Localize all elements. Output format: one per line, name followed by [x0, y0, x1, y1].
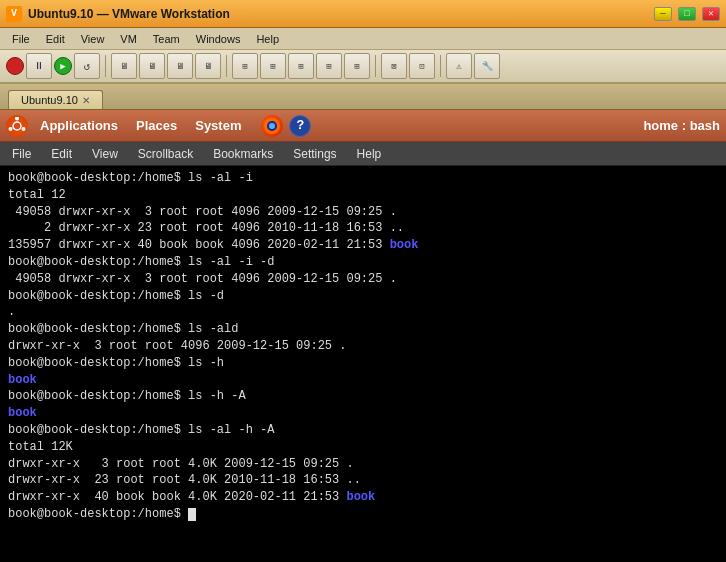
firefox-button[interactable] [261, 115, 283, 137]
terminal-menubar: File Edit View Scrollback Bookmarks Sett… [0, 142, 726, 166]
revert-button[interactable]: ↺ [74, 53, 100, 79]
vmware-menubar: File Edit View VM Team Windows Help [0, 28, 726, 50]
close-button[interactable]: ✕ [702, 7, 720, 21]
term-line-3: 49058 drwxr-xr-x 3 root root 4096 2009-1… [8, 204, 718, 221]
toolbar-btn-10[interactable]: ⊠ [381, 53, 407, 79]
term-line-4: 2 drwxr-xr-x 23 root root 4096 2010-11-1… [8, 220, 718, 237]
menu-edit[interactable]: Edit [38, 31, 73, 47]
vm-tab[interactable]: Ubuntu9.10 ✕ [8, 90, 103, 109]
svg-point-7 [269, 123, 275, 129]
toolbar-btn-4[interactable]: 🖥 [195, 53, 221, 79]
window-title: Ubuntu9.10 — VMware Workstation [28, 7, 648, 21]
term-line-1: book@book-desktop:/home$ ls -al -i [8, 170, 718, 187]
maximize-button[interactable]: □ [678, 7, 696, 21]
power-pause-button[interactable]: ⏸ [26, 53, 52, 79]
power-stop-button[interactable] [6, 57, 24, 75]
term-menu-view[interactable]: View [88, 146, 122, 162]
gnome-panel: Applications Places System ? home : bash [0, 110, 726, 142]
terminal-cursor [188, 508, 196, 521]
term-menu-edit[interactable]: Edit [47, 146, 76, 162]
terminal-wrapper: File Edit View Scrollback Bookmarks Sett… [0, 142, 726, 562]
tab-close-button[interactable]: ✕ [82, 95, 90, 106]
tab-label: Ubuntu9.10 [21, 94, 78, 106]
places-menu[interactable]: Places [130, 116, 183, 135]
help-button[interactable]: ? [289, 115, 311, 137]
term-line-9: . [8, 304, 718, 321]
power-play-button[interactable]: ▶ [54, 57, 72, 75]
sep-1 [105, 55, 106, 77]
menu-windows[interactable]: Windows [188, 31, 249, 47]
sep-2 [226, 55, 227, 77]
term-line-19: drwxr-xr-x 3 root root 4.0K 2009-12-15 0… [8, 456, 718, 473]
toolbar-btn-7[interactable]: ⊞ [288, 53, 314, 79]
toolbar-btn-9[interactable]: ⊞ [344, 53, 370, 79]
term-line-12: drwxr-xr-x 3 root root 4096 2009-12-15 0… [8, 338, 718, 355]
minimize-button[interactable]: — [654, 7, 672, 21]
vm-tab-bar: Ubuntu9.10 ✕ [0, 84, 726, 110]
sep-3 [375, 55, 376, 77]
menu-view[interactable]: View [73, 31, 113, 47]
toolbar-btn-11[interactable]: ⊡ [409, 53, 435, 79]
toolbar-btn-8[interactable]: ⊞ [316, 53, 342, 79]
terminal-indicator: home : bash [643, 117, 720, 135]
term-menu-help[interactable]: Help [353, 146, 386, 162]
menu-vm[interactable]: VM [112, 31, 145, 47]
term-line-11: book@book-desktop:/home$ ls -ald [8, 321, 718, 338]
term-line-13: book@book-desktop:/home$ ls -h [8, 355, 718, 372]
menu-help[interactable]: Help [248, 31, 287, 47]
term-line-17: book@book-desktop:/home$ ls -al -h -A [8, 422, 718, 439]
toolbar-btn-12[interactable]: ⚠ [446, 53, 472, 79]
term-line-5: 135957 drwxr-xr-x 40 book book 4096 2020… [8, 237, 718, 254]
terminal-body[interactable]: book@book-desktop:/home$ ls -al -i total… [0, 166, 726, 562]
term-line-7: 49058 drwxr-xr-x 3 root root 4096 2009-1… [8, 271, 718, 288]
term-line-20: drwxr-xr-x 23 root root 4.0K 2010-11-18 … [8, 472, 718, 489]
term-menu-bookmarks[interactable]: Bookmarks [209, 146, 277, 162]
toolbar-btn-2[interactable]: 🖥 [139, 53, 165, 79]
term-menu-settings[interactable]: Settings [289, 146, 340, 162]
term-line-2: total 12 [8, 187, 718, 204]
toolbar-btn-13[interactable]: 🔧 [474, 53, 500, 79]
menu-file[interactable]: File [4, 31, 38, 47]
term-line-6: book@book-desktop:/home$ ls -al -i -d [8, 254, 718, 271]
svg-point-4 [9, 127, 13, 131]
svg-point-3 [22, 127, 26, 131]
term-menu-scrollback[interactable]: Scrollback [134, 146, 197, 162]
term-line-21: drwxr-xr-x 40 book book 4.0K 2020-02-11 … [8, 489, 718, 506]
ubuntu-logo [6, 115, 28, 137]
term-line-18: total 12K [8, 439, 718, 456]
menu-team[interactable]: Team [145, 31, 188, 47]
app-icon: V [6, 6, 22, 22]
applications-menu[interactable]: Applications [34, 116, 124, 135]
term-menu-file[interactable]: File [8, 146, 35, 162]
toolbar-btn-1[interactable]: 🖥 [111, 53, 137, 79]
toolbar-btn-3[interactable]: 🖥 [167, 53, 193, 79]
title-bar: V Ubuntu9.10 — VMware Workstation — □ ✕ [0, 0, 726, 28]
sep-4 [440, 55, 441, 77]
toolbar-btn-6[interactable]: ⊞ [260, 53, 286, 79]
system-menu[interactable]: System [189, 116, 247, 135]
home-bash-label: home : bash [643, 118, 720, 133]
toolbar-btn-5[interactable]: ⊞ [232, 53, 258, 79]
vmware-toolbar: ⏸ ▶ ↺ 🖥 🖥 🖥 🖥 ⊞ ⊞ ⊞ ⊞ ⊞ ⊠ ⊡ ⚠ 🔧 [0, 50, 726, 84]
term-line-15: book@book-desktop:/home$ ls -h -A [8, 388, 718, 405]
term-line-14: book [8, 372, 718, 389]
term-line-22: book@book-desktop:/home$ [8, 506, 718, 523]
term-line-16: book [8, 405, 718, 422]
term-line-8: book@book-desktop:/home$ ls -d [8, 288, 718, 305]
